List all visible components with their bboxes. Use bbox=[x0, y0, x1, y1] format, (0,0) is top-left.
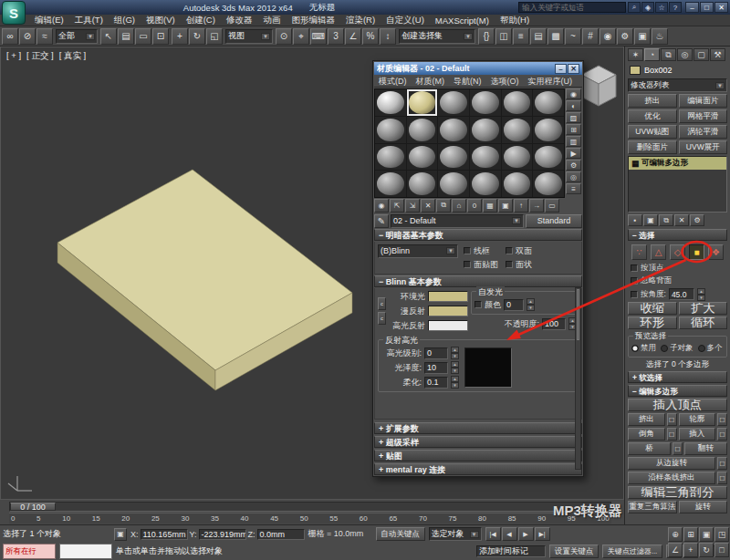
faceted-checkbox[interactable]: 面状 bbox=[506, 259, 540, 271]
material-editor-icon[interactable]: ◉ bbox=[600, 28, 616, 45]
menu-item[interactable]: 自定义(U) bbox=[381, 15, 430, 26]
close-button[interactable]: ✕ bbox=[714, 2, 728, 13]
object-color-chip[interactable] bbox=[630, 66, 641, 75]
soften-field[interactable]: 0.1 bbox=[424, 377, 448, 389]
schematic-view-icon[interactable]: # bbox=[582, 28, 599, 45]
specular-level-spinner[interactable] bbox=[451, 347, 459, 359]
auto-key-button[interactable]: 自动关键点 bbox=[376, 527, 425, 541]
preview-multiple-radio[interactable]: 多个 bbox=[698, 343, 723, 354]
selection-lock-icon[interactable]: ▣ bbox=[114, 528, 127, 541]
make-preview-icon[interactable]: ▶ bbox=[566, 148, 581, 159]
preview-disable-radio[interactable]: 禁用 bbox=[631, 343, 656, 354]
collapsed-rollout-header[interactable]: 贴图 bbox=[374, 450, 582, 461]
outline-button[interactable]: 轮廓 bbox=[679, 413, 716, 426]
viewport-pov-menu[interactable]: [ 正交 ] bbox=[26, 50, 54, 62]
pin-stack-icon[interactable]: ▪ bbox=[628, 214, 642, 226]
angle-value-field[interactable]: 45.0 bbox=[669, 288, 694, 300]
wireframe-checkbox[interactable]: 线框 bbox=[464, 245, 498, 257]
material-sample-slot[interactable] bbox=[502, 89, 533, 116]
rollout-edit-polygons[interactable]: 编辑多边形 bbox=[628, 385, 727, 397]
material-sample-slot[interactable] bbox=[502, 171, 533, 197]
specular-color-swatch[interactable] bbox=[428, 320, 468, 331]
material-sample-slot[interactable] bbox=[407, 144, 438, 171]
spinner-snap-icon[interactable]: ↕ bbox=[380, 28, 396, 45]
menu-item[interactable]: MAXScript(M) bbox=[430, 16, 495, 26]
menu-item[interactable]: 渲染(R) bbox=[340, 15, 381, 26]
options-icon[interactable]: ⚙ bbox=[566, 160, 581, 171]
material-sample-slot[interactable] bbox=[438, 171, 469, 197]
modifier-list-dropdown[interactable]: 修改器列表▼ bbox=[628, 78, 727, 92]
material-sample-slot[interactable] bbox=[533, 89, 564, 116]
minimize-button[interactable]: – bbox=[685, 2, 699, 13]
go-forward-to-sibling-icon[interactable]: → bbox=[529, 199, 544, 213]
flip-button[interactable]: 翻转 bbox=[684, 442, 727, 455]
material-map-navigator-icon[interactable]: ≡ bbox=[566, 183, 581, 194]
menu-item[interactable]: 组(G) bbox=[109, 15, 141, 26]
material-editor-menu-item[interactable]: 导航(N) bbox=[449, 76, 486, 88]
extrude-along-spline-button[interactable]: 沿样条线挤出 bbox=[628, 472, 715, 484]
track-bar-ruler[interactable]: 0510152025303540455055606570758085909510… bbox=[9, 513, 611, 524]
help-icon[interactable]: ? bbox=[669, 2, 682, 13]
time-slider-handle[interactable]: 0 / 100 bbox=[10, 503, 56, 511]
menu-item[interactable]: 动画 bbox=[257, 15, 286, 26]
bridge-button[interactable]: 桥 bbox=[628, 442, 671, 455]
shader-type-dropdown[interactable]: (B)Blinn▼ bbox=[378, 244, 458, 258]
communication-center-icon[interactable]: ◈ bbox=[641, 2, 654, 13]
self-illumination-value-field[interactable]: 0 bbox=[504, 299, 524, 311]
material-sample-slot[interactable] bbox=[407, 117, 438, 143]
modifier-button[interactable]: UVW贴图 bbox=[628, 125, 677, 139]
material-sample-slot[interactable] bbox=[470, 171, 501, 197]
z-coordinate-field[interactable]: 0.0mm bbox=[257, 529, 305, 540]
material-sample-slot[interactable] bbox=[502, 144, 533, 171]
material-editor-titlebar[interactable]: 材质编辑器 - 02 - Default –✕ bbox=[374, 62, 582, 75]
bridge-settings-button[interactable]: □ bbox=[673, 442, 683, 455]
go-to-start-button[interactable]: |◀ bbox=[485, 527, 501, 541]
select-by-name-icon[interactable]: ▤ bbox=[118, 28, 134, 45]
zoom-all-icon[interactable]: ⊞ bbox=[683, 527, 698, 542]
use-pivot-center-icon[interactable]: ⊙ bbox=[276, 28, 292, 45]
reference-coordinate-dropdown[interactable]: 视图▼ bbox=[225, 29, 273, 44]
hinge-from-edge-button[interactable]: 从边旋转 bbox=[628, 457, 715, 470]
tab-modify[interactable]: ◔ bbox=[644, 48, 660, 61]
sample-type-icon[interactable]: ◉ bbox=[566, 88, 581, 99]
sample-window-icon[interactable]: ▭ bbox=[545, 199, 559, 213]
put-to-library-icon[interactable]: ⌂ bbox=[452, 199, 466, 213]
background-icon[interactable]: ▨ bbox=[566, 112, 581, 123]
material-name-dropdown[interactable]: 02 - Default▼ bbox=[391, 214, 524, 228]
show-map-in-viewport-icon[interactable]: ▦ bbox=[483, 199, 497, 213]
select-and-rotate-icon[interactable]: ↻ bbox=[189, 28, 205, 45]
rollout-shader-basic-params[interactable]: 明暗器基本参数 bbox=[374, 229, 582, 241]
rectangular-selection-region-icon[interactable]: ▭ bbox=[135, 28, 151, 45]
extrude-settings-button[interactable]: □ bbox=[667, 413, 677, 426]
snap-toggle-icon[interactable]: 3 bbox=[328, 28, 344, 45]
curve-editor-icon[interactable]: ~ bbox=[565, 28, 581, 45]
opacity-value-field[interactable]: 100 bbox=[542, 318, 566, 330]
glossiness-spinner[interactable] bbox=[451, 362, 459, 374]
material-sample-slot[interactable] bbox=[438, 144, 469, 171]
select-and-move-icon[interactable]: + bbox=[172, 28, 188, 45]
orbit-icon[interactable]: ↻ bbox=[699, 543, 714, 557]
collapsed-rollout-header[interactable]: 扩展参数 bbox=[374, 422, 582, 434]
zoom-icon[interactable]: ⊕ bbox=[668, 527, 683, 542]
material-sample-slot[interactable] bbox=[438, 117, 469, 143]
select-by-material-icon[interactable]: ◎ bbox=[566, 171, 581, 182]
tab-utilities[interactable]: ⚒ bbox=[710, 48, 725, 61]
by-angle-checkbox[interactable]: 按角度: bbox=[631, 289, 666, 300]
material-sample-slot[interactable] bbox=[533, 117, 564, 143]
material-sample-slot[interactable] bbox=[470, 144, 501, 171]
edit-triangulation-button[interactable]: 编辑三角剖分 bbox=[628, 486, 727, 499]
tab-display[interactable]: ▢ bbox=[694, 48, 709, 61]
diffuse-color-swatch[interactable] bbox=[428, 306, 468, 316]
material-editor-scrollbar[interactable] bbox=[575, 287, 581, 470]
insert-vertex-button[interactable]: 插入顶点 bbox=[628, 399, 727, 411]
shrink-button[interactable]: 收缩 bbox=[628, 302, 677, 315]
time-slider-track[interactable]: 0 / 100 bbox=[9, 502, 611, 512]
subobj-element-icon[interactable]: ❖ bbox=[708, 244, 724, 260]
window-crossing-icon[interactable]: ⊡ bbox=[152, 28, 169, 45]
face-map-checkbox[interactable]: 面贴图 bbox=[464, 259, 498, 271]
loop-button[interactable]: 循环 bbox=[679, 316, 728, 329]
material-editor-menu-item[interactable]: 选项(O) bbox=[486, 76, 524, 88]
modifier-button[interactable]: UVW展开 bbox=[679, 140, 728, 154]
self-illumination-color-checkbox[interactable]: 颜色 bbox=[474, 299, 501, 311]
select-and-scale-icon[interactable]: ◱ bbox=[206, 28, 223, 45]
